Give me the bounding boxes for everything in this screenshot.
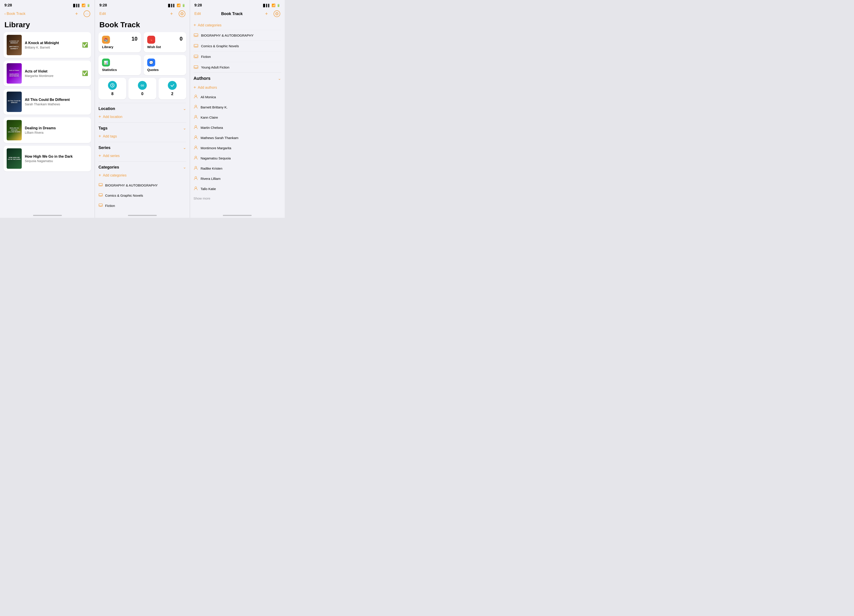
back-button-1[interactable]: ‹ Book Track <box>5 12 26 16</box>
show-more-button[interactable]: Show more <box>194 194 281 203</box>
battery-icon-3: 🔋 <box>277 4 280 7</box>
add-button-2[interactable]: + <box>168 10 175 17</box>
person-icon-8 <box>194 166 198 171</box>
library-card[interactable]: 📚 10 Library <box>98 32 141 52</box>
add-location-label: Add location <box>103 115 122 119</box>
add-categories-button-3[interactable]: + Add categories <box>194 20 281 30</box>
category-item-3-4[interactable]: Young Adult Fiction <box>194 62 281 73</box>
quotes-label: Quotes <box>147 68 183 72</box>
booktrack-main-panel: 9:28 ▐▌▌▌ 📶 🔋 Edit + ⚙ Book Track 📚 10 <box>95 0 190 218</box>
authors-chevron-icon[interactable]: ⌄ <box>278 76 281 81</box>
list-item[interactable]: Rivera Lilliam <box>194 174 281 184</box>
list-item[interactable]: DEALING IN DREAMSLILLIAM RIVERA Dealing … <box>3 117 91 143</box>
signal-icon-2: ▐▌▌▌ <box>167 4 175 7</box>
location-section: Location ⌄ + Add location <box>95 103 189 122</box>
quotes-card[interactable]: 💬 Quotes <box>144 55 186 75</box>
plus-icon-authors: + <box>194 85 196 90</box>
book-cover-1: A KNOCK AT MIDNIGHTBRITTANY K. BARNETT <box>7 35 22 55</box>
add-series-label: Add series <box>103 154 120 158</box>
category-item-3-2[interactable]: Comics & Graphic Novels <box>194 41 281 51</box>
add-authors-button[interactable]: + Add authors <box>194 84 281 92</box>
author-name-7: Nagamatsu Sequoia <box>201 156 231 160</box>
add-categories-label-3: Add categories <box>198 23 221 27</box>
inbox-icon-3-3 <box>194 54 198 59</box>
category-item[interactable]: Fiction <box>98 200 186 210</box>
book-check-2: ✅ <box>82 70 88 76</box>
statistics-card-header: 📊 <box>102 58 137 67</box>
category-label-3: Fiction <box>105 204 115 207</box>
categories-title: Categories <box>98 165 119 170</box>
inbox-icon-3-4 <box>194 64 198 70</box>
library-scroll[interactable]: A KNOCK AT MIDNIGHTBRITTANY K. BARNETT A… <box>0 32 95 212</box>
edit-button-2[interactable]: Edit <box>99 12 106 16</box>
nav-actions-3: + ⚙ <box>263 10 280 17</box>
home-bar-1 <box>33 215 62 216</box>
settings-button-3[interactable]: ⚙ <box>274 11 280 17</box>
authors-header: Authors ⌄ <box>194 76 281 81</box>
list-item[interactable]: Acts of VioletMARGARITA MONTIMORE Acts o… <box>3 61 91 86</box>
list-item[interactable]: Martin Chelsea <box>194 122 281 133</box>
add-categories-button-2[interactable]: + Add categories <box>98 172 186 180</box>
category-item-3-3[interactable]: Fiction <box>194 51 281 62</box>
quotes-card-icon: 💬 <box>147 58 155 67</box>
svg-point-16 <box>195 177 197 178</box>
nav-title-3: Book Track <box>221 12 242 16</box>
library-panel: 9:28 ▐▌▌▌ 📶 🔋 ‹ Book Track + ··· Library… <box>0 0 95 218</box>
categories-chevron-icon[interactable]: ⌄ <box>183 165 186 170</box>
tags-title: Tags <box>98 126 108 131</box>
book-list: A KNOCK AT MIDNIGHTBRITTANY K. BARNETT A… <box>0 32 95 174</box>
small-cards-grid: 8 ∞ 0 2 <box>95 78 189 103</box>
location-chevron-icon[interactable]: ⌄ <box>183 106 186 111</box>
edit-button-3[interactable]: Edit <box>194 12 201 16</box>
categories-scroll[interactable]: + Add categories BIOGRAPHY & AUTOBIOGRAP… <box>190 20 285 212</box>
list-item[interactable]: Barnett Brittany K. <box>194 102 281 112</box>
plus-icon-categories: + <box>98 173 101 178</box>
list-item[interactable]: Radtke Kristen <box>194 163 281 174</box>
book-info-3: All This Could Be Different Sarah Thanka… <box>25 98 88 106</box>
reading-card[interactable]: 8 <box>98 78 126 99</box>
list-item[interactable]: All This Could Be Different All This Cou… <box>3 89 91 114</box>
list-item[interactable]: Nagamatsu Sequoia <box>194 153 281 163</box>
book-icon: 📚 <box>104 38 108 42</box>
list-item[interactable]: Montimore Margarita <box>194 143 281 153</box>
battery-icon-2: 🔋 <box>182 4 185 7</box>
add-tags-button[interactable]: + Add tags <box>98 133 186 141</box>
category-3-label-4: Young Adult Fiction <box>201 66 229 69</box>
battery-icon-1: 🔋 <box>87 4 90 7</box>
category-3-label-1: BIOGRAPHY & AUTOBIOGRAPHY <box>201 34 254 37</box>
wishlist-count: 0 <box>180 36 183 42</box>
wishlist-card[interactable]: 🔖 0 Wish list <box>144 32 186 52</box>
status-time-2: 9:28 <box>99 3 107 8</box>
add-location-button[interactable]: + Add location <box>98 113 186 122</box>
status-icons-2: ▐▌▌▌ 📶 🔋 <box>167 3 185 7</box>
category-item[interactable]: BIOGRAPHY & AUTOBIOGRAPHY <box>98 180 186 190</box>
list-item[interactable]: Kann Claire <box>194 112 281 122</box>
book-cover-5: HOW HIGH WE GO IN THE DARK <box>7 148 22 169</box>
infinite-icon: ∞ <box>138 81 147 90</box>
list-item[interactable]: Mathews Sarah Thankam <box>194 133 281 143</box>
category-item-3-1[interactable]: BIOGRAPHY & AUTOBIOGRAPHY <box>194 30 281 41</box>
statistics-card[interactable]: 📊 Statistics <box>98 55 141 75</box>
list-item[interactable]: HOW HIGH WE GO IN THE DARK How High We G… <box>3 146 91 171</box>
list-item[interactable]: Ali Monica <box>194 92 281 102</box>
settings-button-2[interactable]: ⚙ <box>179 11 185 17</box>
person-icon-6 <box>194 145 198 151</box>
tags-chevron-icon[interactable]: ⌄ <box>183 126 186 131</box>
list-item[interactable]: Tallo Katie <box>194 184 281 194</box>
check-card[interactable]: 2 <box>159 78 186 99</box>
reading-count: 8 <box>101 91 124 96</box>
list-item[interactable]: A KNOCK AT MIDNIGHTBRITTANY K. BARNETT A… <box>3 32 91 58</box>
add-series-button[interactable]: + Add series <box>98 152 186 160</box>
add-button-1[interactable]: + <box>73 10 80 17</box>
category-item[interactable]: Comics & Graphic Novels <box>98 190 186 200</box>
signal-icon-3: ▐▌▌▌ <box>262 4 270 7</box>
nav-bar-2: Edit + ⚙ <box>95 9 189 20</box>
add-button-3[interactable]: + <box>263 10 270 17</box>
booktrack-scroll[interactable]: 📚 10 Library 🔖 0 Wish list <box>95 32 189 212</box>
infinite-card[interactable]: ∞ 0 <box>128 78 156 99</box>
nav-actions-2: + ⚙ <box>168 10 185 17</box>
person-icon-10 <box>194 186 198 192</box>
more-button-1[interactable]: ··· <box>84 11 90 17</box>
series-title: Series <box>98 145 110 150</box>
series-chevron-icon[interactable]: ⌄ <box>183 145 186 150</box>
